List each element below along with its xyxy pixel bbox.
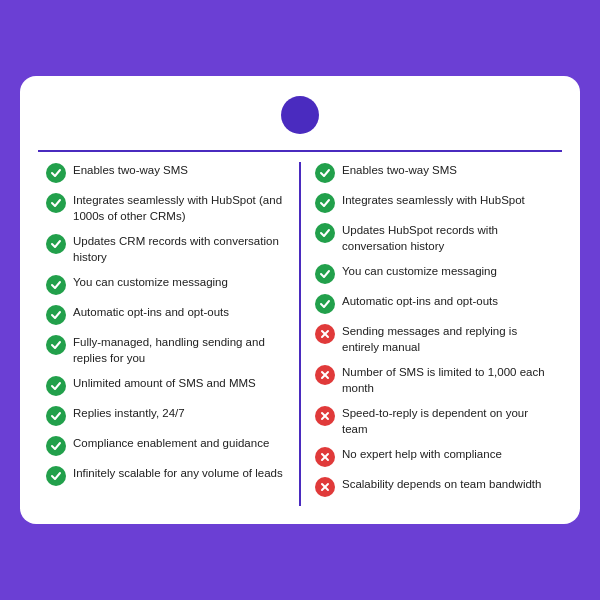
feature-text: Integrates seamlessly with HubSpot (and … bbox=[73, 192, 285, 224]
check-icon bbox=[315, 223, 335, 243]
check-icon bbox=[46, 275, 66, 295]
feature-text: Speed-to-reply is dependent on your team bbox=[342, 405, 554, 437]
feature-item: Integrates seamlessly with HubSpot bbox=[315, 192, 554, 213]
feature-item: Sending messages and replying is entirel… bbox=[315, 323, 554, 355]
feature-item: Enables two-way SMS bbox=[46, 162, 285, 183]
feature-text: Unlimited amount of SMS and MMS bbox=[73, 375, 256, 391]
feature-item: Fully-managed, handling sending and repl… bbox=[46, 334, 285, 366]
check-icon bbox=[46, 466, 66, 486]
feature-item: Speed-to-reply is dependent on your team bbox=[315, 405, 554, 437]
feature-item: You can customize messaging bbox=[315, 263, 554, 284]
feature-item: Enables two-way SMS bbox=[315, 162, 554, 183]
vs-badge bbox=[281, 96, 319, 134]
feature-item: Integrates seamlessly with HubSpot (and … bbox=[46, 192, 285, 224]
feature-item: Automatic opt-ins and opt-outs bbox=[315, 293, 554, 314]
feature-text: Replies instantly, 24/7 bbox=[73, 405, 185, 421]
check-icon bbox=[315, 294, 335, 314]
x-icon bbox=[315, 365, 335, 385]
left-column: Enables two-way SMSIntegrates seamlessly… bbox=[38, 162, 301, 507]
feature-text: Infinitely scalable for any volume of le… bbox=[73, 465, 283, 481]
feature-item: Unlimited amount of SMS and MMS bbox=[46, 375, 285, 396]
feature-item: Updates HubSpot records with conversatio… bbox=[315, 222, 554, 254]
feature-text: Sending messages and replying is entirel… bbox=[342, 323, 554, 355]
x-icon bbox=[315, 477, 335, 497]
feature-item: Infinitely scalable for any volume of le… bbox=[46, 465, 285, 486]
feature-item: Compliance enablement and guidance bbox=[46, 435, 285, 456]
header-divider bbox=[38, 150, 562, 152]
right-column: Enables two-way SMSIntegrates seamlessly… bbox=[301, 162, 562, 507]
feature-text: Scalability depends on team bandwidth bbox=[342, 476, 541, 492]
feature-text: Number of SMS is limited to 1,000 each m… bbox=[342, 364, 554, 396]
check-icon bbox=[315, 264, 335, 284]
feature-item: Scalability depends on team bandwidth bbox=[315, 476, 554, 497]
header bbox=[38, 96, 562, 134]
x-icon bbox=[315, 324, 335, 344]
check-icon bbox=[315, 193, 335, 213]
check-icon bbox=[46, 193, 66, 213]
check-icon bbox=[46, 163, 66, 183]
feature-text: Updates HubSpot records with conversatio… bbox=[342, 222, 554, 254]
feature-text: You can customize messaging bbox=[342, 263, 497, 279]
feature-item: Updates CRM records with conversation hi… bbox=[46, 233, 285, 265]
feature-text: You can customize messaging bbox=[73, 274, 228, 290]
feature-text: Compliance enablement and guidance bbox=[73, 435, 269, 451]
comparison-card: Enables two-way SMSIntegrates seamlessly… bbox=[20, 76, 580, 525]
check-icon bbox=[46, 305, 66, 325]
feature-item: Number of SMS is limited to 1,000 each m… bbox=[315, 364, 554, 396]
comparison-columns: Enables two-way SMSIntegrates seamlessly… bbox=[38, 162, 562, 507]
feature-text: Enables two-way SMS bbox=[342, 162, 457, 178]
x-icon bbox=[315, 447, 335, 467]
check-icon bbox=[315, 163, 335, 183]
feature-text: Integrates seamlessly with HubSpot bbox=[342, 192, 525, 208]
check-icon bbox=[46, 376, 66, 396]
feature-text: Fully-managed, handling sending and repl… bbox=[73, 334, 285, 366]
feature-item: No expert help with compliance bbox=[315, 446, 554, 467]
feature-text: Enables two-way SMS bbox=[73, 162, 188, 178]
feature-item: You can customize messaging bbox=[46, 274, 285, 295]
check-icon bbox=[46, 234, 66, 254]
check-icon bbox=[46, 436, 66, 456]
feature-text: Updates CRM records with conversation hi… bbox=[73, 233, 285, 265]
feature-text: Automatic opt-ins and opt-outs bbox=[342, 293, 498, 309]
x-icon bbox=[315, 406, 335, 426]
check-icon bbox=[46, 335, 66, 355]
feature-text: Automatic opt-ins and opt-outs bbox=[73, 304, 229, 320]
feature-item: Replies instantly, 24/7 bbox=[46, 405, 285, 426]
feature-item: Automatic opt-ins and opt-outs bbox=[46, 304, 285, 325]
feature-text: No expert help with compliance bbox=[342, 446, 502, 462]
check-icon bbox=[46, 406, 66, 426]
